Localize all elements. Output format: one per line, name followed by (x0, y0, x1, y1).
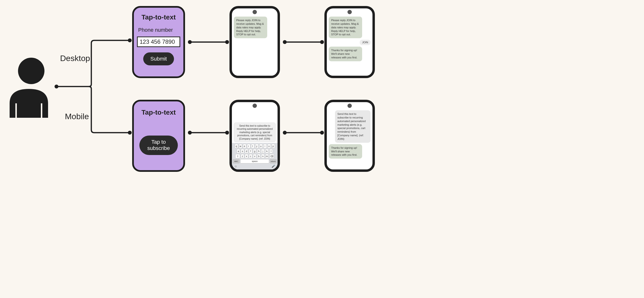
keyboard-key[interactable]: a (237, 149, 240, 153)
svg-point-5 (283, 40, 287, 44)
keyboard-key[interactable]: e (243, 144, 246, 148)
keyboard-key[interactable]: m (265, 154, 269, 158)
keyboard-key[interactable]: ⌫ (269, 154, 274, 158)
svg-point-8 (225, 131, 229, 134)
submit-button[interactable]: Submit (143, 52, 174, 65)
svg-point-1 (128, 38, 132, 42)
phone-mobile-step1: Send this text to subscribe to recurring… (230, 100, 280, 172)
keyboard-key[interactable]: o (268, 144, 271, 148)
keyboard-key[interactable]: y (255, 144, 258, 148)
on-screen-keyboard[interactable]: qwertyuiop asdfghjkl ⇧zxcvbnm⌫ ABC space… (232, 143, 278, 170)
keyboard-key[interactable]: h (257, 149, 260, 153)
sms-incoming-message: Please reply JOIN to receive updates. Ms… (329, 16, 362, 38)
keyboard-key[interactable]: ⇧ (235, 154, 240, 158)
sms-incoming-message: Thanks for signing up! We'll share new r… (329, 46, 362, 61)
emoji-icon[interactable]: ☺ (234, 164, 237, 168)
compose-text-area[interactable]: Send this text to subscribe to recurring… (234, 122, 276, 142)
keyboard-key[interactable]: t (251, 144, 254, 148)
keyboard-key[interactable]: p (272, 144, 275, 148)
camera-dot-icon (252, 10, 257, 14)
svg-point-4 (225, 40, 229, 44)
keyboard-key[interactable]: w (239, 144, 242, 148)
phone-desktop-step2: Please reply JOIN to receive updates. Ms… (324, 6, 375, 78)
keyboard-key[interactable]: d (245, 149, 248, 153)
svg-point-6 (320, 40, 324, 44)
svg-point-7 (188, 131, 192, 134)
camera-dot-icon (252, 104, 257, 108)
svg-rect-12 (16, 103, 17, 118)
keyboard-key[interactable]: z (241, 154, 244, 158)
keyboard-key[interactable]: u (259, 144, 263, 148)
keyboard-key[interactable]: l (269, 149, 273, 153)
keyboard-key[interactable]: q (235, 144, 238, 148)
keyboard-key[interactable]: x (245, 154, 248, 158)
mobile-branch-label: Mobile (65, 112, 89, 121)
keyboard-space-key[interactable]: space (240, 159, 269, 164)
keyboard-key[interactable]: c (249, 154, 252, 158)
card-title: Tap-to-text (142, 14, 176, 21)
mic-icon[interactable]: 🎤 (272, 164, 275, 168)
phone-number-input[interactable] (137, 36, 180, 47)
desktop-branch-label: Desktop (60, 54, 90, 63)
camera-dot-icon (348, 104, 352, 108)
card-title: Tap-to-text (142, 109, 176, 116)
phone-desktop-step1: Please reply JOIN to receive updates. Ms… (230, 6, 280, 78)
svg-point-10 (320, 131, 324, 134)
phone-mobile-step2: Send this text to subscribe to recurring… (324, 100, 375, 172)
tap-to-subscribe-button[interactable]: Tap to subscribe (139, 136, 178, 155)
phone-number-label: Phone number (138, 27, 173, 33)
sms-outgoing-message: JOIN (360, 40, 370, 45)
keyboard-key[interactable]: b (257, 154, 260, 158)
keyboard-key[interactable]: k (265, 149, 269, 153)
sms-incoming-message: Thanks for signing up! We'll share new r… (329, 144, 362, 159)
keyboard-key[interactable]: n (261, 154, 264, 158)
keyboard-key[interactable]: r (247, 144, 250, 148)
camera-dot-icon (348, 10, 352, 14)
connector-lines (0, 0, 644, 298)
keyboard-abc-key[interactable]: ABC (233, 159, 240, 164)
keyboard-key[interactable]: f (249, 149, 252, 153)
mobile-tap-to-text-card: Tap-to-text Tap to subscribe (132, 100, 185, 172)
sms-incoming-message: Please reply JOIN to receive updates. Ms… (234, 16, 267, 38)
svg-point-2 (128, 131, 132, 134)
user-icon (5, 55, 53, 118)
keyboard-key[interactable]: i (263, 144, 267, 148)
keyboard-key[interactable]: v (253, 154, 256, 158)
keyboard-key[interactable]: s (241, 149, 244, 153)
desktop-tap-to-text-card: Tap-to-text Phone number Submit (132, 6, 185, 78)
sms-outgoing-message: Send this text to subscribe to recurring… (335, 110, 370, 143)
keyboard-return-key[interactable]: return (270, 159, 276, 164)
svg-point-9 (283, 131, 287, 134)
keyboard-key[interactable]: j (261, 149, 264, 153)
svg-point-3 (188, 40, 192, 44)
svg-rect-13 (41, 103, 42, 118)
svg-point-11 (18, 58, 44, 84)
svg-point-0 (54, 84, 58, 88)
keyboard-key[interactable]: g (253, 149, 256, 153)
